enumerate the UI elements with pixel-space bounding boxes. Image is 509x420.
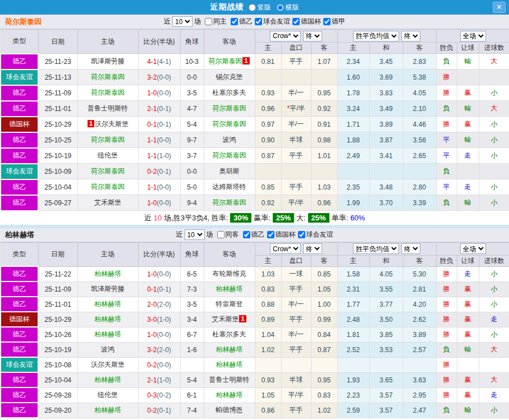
league-checkbox[interactable] [267,231,274,238]
table-row: 德乙25-11-09凯泽斯劳滕0-1(0-1)7-3柏林赫塔0.83平手1.05… [1,281,509,297]
league-checkbox[interactable] [243,231,250,238]
league-checkbox[interactable] [323,18,331,25]
goals-result-cell: 小 [479,266,509,281]
fulltime-score: 3-0 [147,316,157,324]
halftime-score: (0-0) [157,199,171,207]
halftime-score: (0-1) [157,285,171,293]
score-cell: 0-1(0-1) [138,281,180,297]
league-filter[interactable]: 德乙 [241,230,265,239]
match-count-select[interactable]: 10 [172,16,192,27]
handicap-cell: 一球 [281,266,311,281]
corner-cell: 6-5 [180,266,204,281]
league-filter[interactable]: 球会友谊 [253,17,290,26]
results-table-body: 德乙25-11-23凯泽斯劳滕4-1(4-1)10-3荷尔斯泰因10.81平手1… [1,54,509,211]
avg-final-select[interactable]: 终 [401,31,420,41]
goals-result-cell [479,70,509,85]
corner-cell: 6-7 [180,327,204,342]
league-label: 球会友谊 [306,230,333,239]
league-filter[interactable]: 德国杯 [290,17,321,26]
away-team-cell: 特雷斯登 [204,297,255,312]
league-checkbox[interactable] [292,18,300,25]
fulltime-score: 2-1 [147,105,157,113]
avg-away-odds-cell: 5.30 [403,266,436,281]
scope-select[interactable]: 全场 [460,243,486,254]
goals-result-cell: 小 [479,327,509,342]
avg-away-odds-cell: 4.20 [403,297,436,312]
col-home: 主场 [77,30,138,54]
corner-cell: 3-7 [180,148,204,164]
col-handicap-result: 让球 [457,43,479,54]
vertical-layout-option[interactable]: 竖版 [249,3,271,12]
close-icon[interactable]: ✕ [493,2,506,13]
handicap-away-odds-cell [311,70,337,85]
team-label: 柏林赫塔 [94,300,121,308]
avg-draw-odds-cell: 3.70 [369,195,403,211]
handicap-away-odds-cell: 0.95 [311,85,337,101]
odds-final-select[interactable]: 终 [303,243,322,254]
handicap-result-cell: 輸 [457,195,479,211]
avg-type-select[interactable]: 胜平负均值 [353,31,399,41]
handicap-away-odds-cell: 1.03 [311,179,337,195]
results-table: 类型 日期 主场 比分(半场) 角球 客场 Crow*终 胜平负均值终 全场 [0,242,509,419]
result-cell: 負 [436,101,457,117]
handicap-cell: 平手 [281,54,311,70]
col-home: 主场 [77,242,138,266]
halftime-score: (1-0) [157,316,171,324]
scope-select[interactable]: 全场 [460,31,486,41]
team-label: 艾禾斯堡 [212,315,239,323]
away-team-cell: 荷尔斯泰因 [204,117,255,132]
avg-type-select[interactable]: 胜平负均值 [353,243,399,254]
corner-cell: 6-1 [180,387,204,403]
match-date-cell: 25-11-23 [38,54,77,70]
away-team-cell: 奥胡斯 [204,164,255,179]
home-team-cell: 1沃尔夫斯堡 [77,117,138,132]
avg-final-select[interactable]: 终 [401,243,420,254]
horizontal-layout-option[interactable]: 横版 [277,3,299,12]
avg-away-odds-cell: 2.81 [403,281,436,297]
team-label: 凯泽斯劳滕 [91,285,125,293]
team-label: 普鲁士明斯特 [88,104,128,112]
league-checkbox[interactable] [231,18,238,25]
sub-avg-away: 客 [403,43,436,54]
summary-text: 60% [350,214,365,222]
handicap-result-cell: 赢 [457,372,479,387]
match-type-cell: 德乙 [1,195,38,211]
layout-radio-group: 竖版 横版 [249,3,299,12]
odds-final-select[interactable]: 终 [303,31,322,41]
same-venue-filter[interactable]: 同主 [203,17,227,26]
away-team-cell: 布轮斯维克 [204,266,255,281]
same-venue-checkbox[interactable] [217,231,224,238]
league-filter[interactable]: 德国杯 [265,230,296,239]
avg-away-odds-cell [403,164,436,179]
score-cell: 0-1(0-1) [138,117,180,132]
same-venue-checkbox[interactable] [205,18,212,25]
league-filter[interactable]: 德甲 [321,17,345,26]
league-checkbox[interactable] [298,231,305,238]
avg-away-odds-cell: 3.56 [403,132,436,148]
goals-result-cell: 小 [479,195,509,211]
odds-source-select[interactable]: Crow* [270,31,301,41]
handicap-home-odds-cell: 0.87 [255,148,281,164]
team-label: 柏林赫塔 [216,391,243,399]
handicap-result-cell: 赢 [457,297,479,312]
match-date-cell: 25-11-09 [38,85,77,101]
match-type-cell: 德乙 [1,372,38,387]
handicap-home-odds-cell: 0.93 [255,372,281,387]
odds-source-select[interactable]: Crow* [270,243,301,254]
avg-draw-odds-cell: 3.57 [369,403,403,418]
match-count-select[interactable]: 10 [185,229,205,240]
horizontal-radio[interactable] [277,4,284,11]
halftime-score: (1-0) [157,152,171,160]
table-row: 德乙25-11-01普鲁士明斯特2-1(0-1)4-7荷尔斯泰因0.96*平/半… [1,101,509,117]
league-filter[interactable]: 德乙 [228,17,253,26]
league-filter[interactable]: 球会友谊 [296,230,333,239]
same-venue-filter[interactable]: 同客 [215,230,239,239]
vertical-radio[interactable] [249,4,256,11]
league-checkbox[interactable] [255,18,262,25]
avg-draw-odds-cell: 3.69 [369,70,403,85]
halftime-score: (0-0) [157,270,171,278]
halftime-score: (0-0) [157,136,171,144]
handicap-result-cell: 赢 [457,312,479,327]
handicap-away-odds-cell: 0.84 [311,327,337,342]
match-date-cell: 25-10-29 [38,312,77,327]
